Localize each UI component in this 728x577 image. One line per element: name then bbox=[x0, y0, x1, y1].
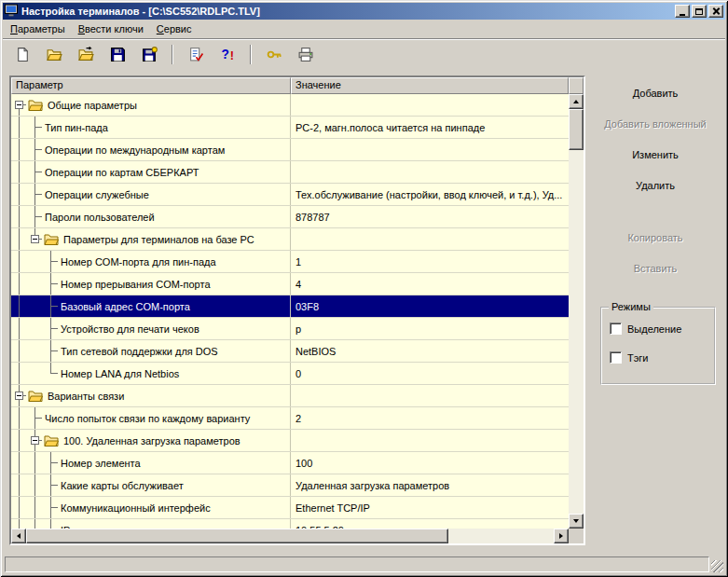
horizontal-scroll-thumb[interactable] bbox=[26, 529, 448, 543]
value-cell: Удаленная загрузка параметров bbox=[291, 474, 569, 496]
tree-row[interactable]: Номер прерывания COM-порта4 bbox=[11, 273, 569, 295]
tree-row[interactable]: IP-адрес хоста10.55.5.20 bbox=[11, 519, 569, 529]
param-label: 100. Удаленная загрузка параметров bbox=[63, 435, 240, 446]
open-file-button[interactable] bbox=[42, 43, 66, 66]
tree-row[interactable]: Номер элемента100 bbox=[11, 452, 569, 474]
tree-row[interactable]: 100. Удаленная загрузка параметров bbox=[11, 430, 569, 452]
edit-button[interactable]: Изменить bbox=[592, 144, 719, 165]
tree-row[interactable]: Тип пин-падаPC-2, магн.полоса читается н… bbox=[11, 117, 569, 139]
param-cell: IP-адрес хоста bbox=[11, 519, 291, 529]
tree-row[interactable]: Номер LANA для Netbios0 bbox=[11, 363, 569, 385]
add-nested-button[interactable]: Добавить вложенный bbox=[592, 114, 719, 134]
checkbox-label: Выделение bbox=[627, 323, 681, 335]
close-icon bbox=[712, 7, 720, 15]
collapse-icon[interactable] bbox=[15, 392, 23, 400]
param-cell: Номер COM-порта для пин-пада bbox=[11, 251, 291, 272]
tree-connector bbox=[43, 452, 59, 474]
import-file-button[interactable] bbox=[74, 43, 98, 66]
delete-button[interactable]: Удалить bbox=[592, 175, 719, 196]
tree-row[interactable]: Варианты связи bbox=[11, 385, 569, 407]
param-label: Коммуникационный интерфейс bbox=[61, 502, 211, 514]
add-button[interactable]: Добавить bbox=[592, 83, 719, 103]
checkbox[interactable] bbox=[610, 323, 622, 335]
param-cell: Операции по международным картам bbox=[11, 139, 291, 160]
tree-rows: Общие параметрыТип пин-падаPC-2, магн.по… bbox=[11, 94, 569, 529]
save-all-button[interactable] bbox=[137, 43, 161, 66]
horizontal-scrollbar[interactable] bbox=[11, 529, 569, 543]
help-check-button[interactable]: ?! bbox=[215, 43, 240, 66]
value-cell: 03F8 bbox=[291, 295, 569, 317]
tree-header: Параметр Значение bbox=[11, 77, 584, 94]
column-header-param[interactable]: Параметр bbox=[11, 77, 291, 94]
value-cell: Ethernet TCP/IP bbox=[291, 497, 569, 518]
vertical-scroll-track[interactable] bbox=[569, 109, 584, 514]
new-document-button[interactable] bbox=[10, 43, 34, 66]
verify-button[interactable] bbox=[184, 43, 208, 66]
param-cell: Тип пин-пада bbox=[11, 117, 291, 138]
tree-row[interactable]: Общие параметры bbox=[11, 94, 569, 117]
tree-row[interactable]: Номер COM-порта для пин-пада1 bbox=[11, 251, 569, 273]
tree-connector bbox=[11, 94, 27, 116]
checkbox[interactable] bbox=[610, 351, 622, 364]
tree-guide bbox=[27, 363, 43, 384]
tree-row[interactable]: Операции по картам СБЕРКАРТ bbox=[11, 161, 569, 184]
side-buttons: ДобавитьДобавить вложенныйИзменитьУдалит… bbox=[592, 83, 719, 289]
arrow-right-icon bbox=[559, 533, 563, 539]
minimize-button[interactable] bbox=[675, 5, 690, 18]
maximize-button[interactable] bbox=[692, 5, 707, 18]
paste-button[interactable]: Вставить bbox=[592, 258, 719, 279]
value-cell: 10.55.5.20 bbox=[291, 519, 569, 529]
value-cell: 1 bbox=[291, 251, 569, 272]
tree-row[interactable]: Базовый адрес COM-порта03F8 bbox=[11, 295, 569, 318]
keys-button[interactable] bbox=[262, 43, 286, 66]
checkbox-row: Тэги bbox=[610, 351, 714, 364]
horizontal-scroll-track[interactable] bbox=[26, 529, 554, 543]
tree-connector bbox=[27, 139, 43, 160]
scroll-up-button[interactable] bbox=[569, 94, 584, 109]
vertical-scrollbar[interactable] bbox=[569, 94, 584, 529]
close-button[interactable] bbox=[708, 5, 723, 18]
menubar: ПараметрыВвести ключиСервис bbox=[3, 20, 725, 39]
folder-icon bbox=[28, 390, 43, 403]
collapse-icon[interactable] bbox=[31, 235, 39, 243]
tree-row[interactable]: Операции служебныеТех.обслуживание (наст… bbox=[11, 184, 569, 206]
horizontal-scroll-row bbox=[11, 529, 584, 543]
tree-row[interactable]: Устройство для печати чековp bbox=[11, 318, 569, 340]
copy-button[interactable]: Копировать bbox=[592, 227, 719, 248]
folder-icon bbox=[28, 99, 43, 112]
menu-item-3[interactable]: Сервис bbox=[150, 21, 199, 37]
tree-row[interactable]: Операции по международным картам bbox=[11, 139, 569, 161]
param-cell: Номер элемента bbox=[11, 452, 291, 474]
collapse-icon[interactable] bbox=[31, 436, 39, 445]
scroll-down-button[interactable] bbox=[569, 514, 584, 529]
print-button[interactable] bbox=[294, 43, 318, 66]
tree-row[interactable]: Пароли пользователей878787 bbox=[11, 206, 569, 228]
value-label: Тех.обслуживание (настройки, ввод ключей… bbox=[295, 189, 562, 200]
scroll-left-button[interactable] bbox=[11, 529, 26, 543]
param-cell: Тип сетевой поддержки для DOS bbox=[11, 340, 291, 362]
tree-row[interactable]: Число попыток связи по каждому варианту2 bbox=[11, 407, 569, 430]
column-header-value[interactable]: Значение bbox=[291, 77, 569, 94]
value-label: 1 bbox=[295, 256, 301, 268]
tree-guide bbox=[11, 251, 27, 272]
param-label: Параметры для терминалов на базе PC bbox=[63, 234, 254, 245]
tree-guide bbox=[11, 519, 27, 529]
tree-row[interactable]: Тип сетевой поддержки для DOSNetBIOS bbox=[11, 340, 569, 363]
save-button[interactable] bbox=[105, 43, 130, 66]
new-document-icon bbox=[15, 47, 31, 62]
collapse-icon[interactable] bbox=[15, 101, 23, 109]
menu-item-2[interactable]: Ввести ключи bbox=[72, 21, 150, 37]
scroll-right-button[interactable] bbox=[554, 529, 569, 543]
tree-row[interactable]: Какие карты обслуживаетУдаленная загрузк… bbox=[11, 474, 569, 497]
tree-connector bbox=[27, 161, 43, 183]
tree-connector bbox=[11, 385, 27, 406]
tree-connector bbox=[27, 407, 43, 429]
tree-row[interactable]: Коммуникационный интерфейсEthernet TCP/I… bbox=[11, 497, 569, 519]
resize-grip-icon[interactable] bbox=[711, 560, 723, 572]
vertical-scroll-thumb[interactable] bbox=[569, 109, 584, 150]
param-cell: Варианты связи bbox=[11, 385, 291, 406]
minimize-icon bbox=[680, 14, 685, 16]
tree-row[interactable]: Параметры для терминалов на базе PC bbox=[11, 228, 569, 251]
param-label: Устройство для печати чеков bbox=[61, 323, 199, 335]
menu-item-1[interactable]: Параметры bbox=[4, 21, 72, 37]
